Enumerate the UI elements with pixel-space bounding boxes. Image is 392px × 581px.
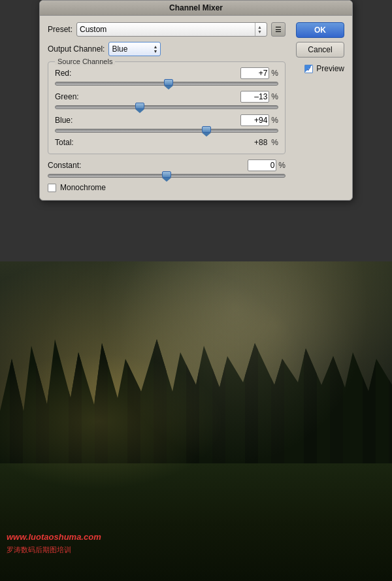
output-channel-label: Output Channel: <box>48 44 105 54</box>
dialog-buttons: OK Cancel ✓ Preview <box>292 22 344 192</box>
green-slider-thumb[interactable] <box>135 103 144 113</box>
preview-label: Preview <box>316 64 344 73</box>
watermark-text: 罗涛数码后期图培训 <box>7 545 71 555</box>
green-pct: % <box>271 92 278 101</box>
constant-pct: % <box>278 161 286 170</box>
constant-value: 0 <box>270 161 275 170</box>
constant-slider-track[interactable] <box>48 174 286 178</box>
preview-checkbox[interactable]: ✓ <box>304 65 313 73</box>
output-channel-value: Blue <box>112 44 150 54</box>
constant-value-input[interactable]: 0 <box>248 159 276 171</box>
menu-lines-icon: ☰ <box>275 25 282 34</box>
red-value-input[interactable]: +7 <box>240 67 269 79</box>
preset-row: Preset: Custom ▲ ▼ ☰ <box>48 22 286 37</box>
constant-slider-thumb[interactable] <box>162 171 171 182</box>
green-value-input[interactable]: –13 <box>240 91 269 103</box>
preset-arrows: ▲ ▼ <box>255 23 264 36</box>
watermark-url: www.luotaoshuma.com <box>7 532 101 542</box>
red-slider-row: Red: +7 % <box>55 67 278 86</box>
channel-arrows: ▲ ▼ <box>153 44 157 54</box>
blue-label: Blue: <box>55 116 240 125</box>
red-pct: % <box>271 69 278 78</box>
blue-slider-row: Blue: +94 % <box>55 114 278 133</box>
preview-row: ✓ Preview <box>304 64 344 73</box>
background-image: www.luotaoshuma.com 罗涛数码后期图培训 <box>0 261 392 581</box>
red-value: +7 <box>259 69 268 78</box>
blue-pct: % <box>271 116 278 125</box>
output-channel-row: Output Channel: Blue ▲ ▼ <box>48 42 286 56</box>
preset-value: Custom <box>80 25 255 34</box>
source-channels-group: Source Channels Red: +7 % <box>48 61 286 154</box>
preset-label: Preset: <box>48 25 73 34</box>
blue-slider-thumb[interactable] <box>202 126 211 137</box>
ok-button[interactable]: OK <box>296 22 344 38</box>
red-label: Red: <box>55 69 240 78</box>
channel-mixer-dialog: Channel Mixer Preset: Custom ▲ ▼ ☰ Ou <box>39 0 353 201</box>
blue-value: +94 <box>254 116 267 125</box>
preset-dropdown[interactable]: Custom ▲ ▼ <box>76 22 267 37</box>
monochrome-row: Monochrome <box>48 183 286 192</box>
constant-section: Constant: 0 % <box>48 159 286 178</box>
green-slider-row: Green: –13 % <box>55 91 278 109</box>
total-label: Total: <box>55 138 254 147</box>
source-channels-title: Source Channels <box>55 58 115 65</box>
green-value: –13 <box>254 92 267 101</box>
ch-arrow-down-icon: ▼ <box>153 49 157 54</box>
cancel-button[interactable]: Cancel <box>296 42 344 58</box>
preset-menu-icon[interactable]: ☰ <box>271 22 286 37</box>
blue-value-input[interactable]: +94 <box>240 114 269 126</box>
ch-arrow-up-icon: ▲ <box>153 44 157 49</box>
constant-label: Constant: <box>48 161 248 170</box>
green-label: Green: <box>55 92 240 101</box>
total-value: +88 <box>254 138 267 147</box>
total-pct: % <box>271 138 278 147</box>
red-slider-thumb[interactable] <box>164 79 173 90</box>
green-slider-track[interactable] <box>55 105 278 109</box>
arrow-down-icon: ▼ <box>257 29 262 34</box>
dialog-title: Channel Mixer <box>40 1 352 16</box>
blue-slider-track[interactable] <box>55 129 278 133</box>
arrow-up-icon: ▲ <box>257 25 262 29</box>
total-row: Total: +88 % <box>55 138 278 147</box>
output-channel-dropdown[interactable]: Blue ▲ ▼ <box>108 42 161 56</box>
monochrome-label: Monochrome <box>60 183 106 192</box>
red-slider-track[interactable] <box>55 82 278 86</box>
monochrome-checkbox[interactable] <box>48 184 56 192</box>
